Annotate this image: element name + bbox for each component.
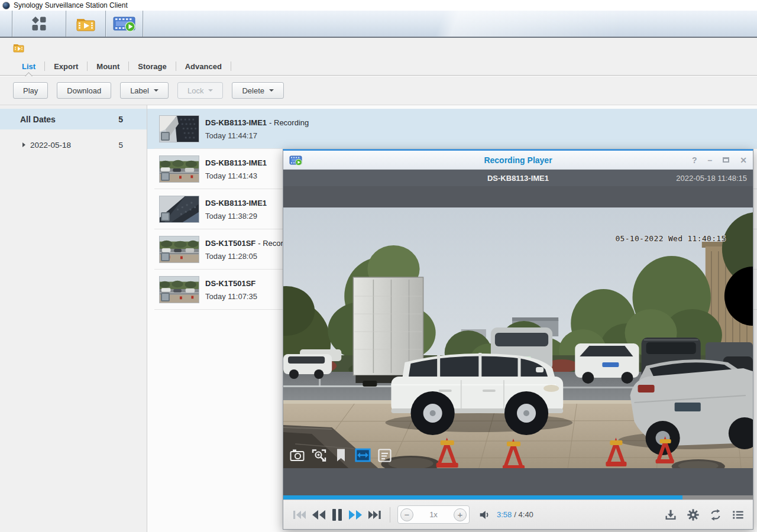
tab-bar: List Export Mount Storage Advanced	[13, 57, 231, 75]
apps-grid-icon	[31, 16, 47, 31]
recording-thumbnail	[159, 155, 199, 183]
thumbnail-checkbox[interactable]	[161, 132, 170, 141]
recording-folder-icon	[75, 15, 96, 32]
volume-icon[interactable]	[478, 508, 491, 521]
fit-width-icon[interactable]	[355, 447, 371, 463]
skip-to-start-button[interactable]	[292, 508, 307, 522]
rewind-button[interactable]	[311, 508, 326, 522]
speed-value: 1x	[413, 510, 454, 519]
seek-bar[interactable]	[283, 495, 753, 499]
pause-button[interactable]	[331, 507, 344, 523]
fast-forward-button[interactable]	[348, 508, 363, 522]
video-overlay-toolbar	[289, 447, 393, 463]
window-title: Synology Surveillance Station Client	[14, 1, 128, 9]
all-dates-count: 5	[118, 115, 123, 124]
video-osd-timestamp: 05-10-2022 Wed 11:40:15	[615, 234, 726, 243]
recording-window-header: Recording List Export Mount Storage Adva…	[0, 38, 757, 76]
date-sidebar: All Dates 5 2022-05-18 5	[0, 105, 147, 532]
app-logo-icon	[2, 2, 10, 9]
date-count: 5	[118, 141, 123, 150]
tab-mount[interactable]: Mount	[88, 57, 128, 75]
recordings-folder-button[interactable]	[66, 11, 105, 37]
thumbnail-checkbox[interactable]	[161, 172, 170, 181]
download-recording-icon[interactable]	[664, 508, 677, 521]
event-log-icon[interactable]	[377, 447, 393, 463]
chevron-down-icon	[154, 89, 158, 92]
tab-storage[interactable]: Storage	[129, 57, 175, 75]
lock-dropdown-button[interactable]: Lock	[177, 82, 223, 99]
speed-increase-button[interactable]: +	[454, 508, 467, 521]
recording-player-button[interactable]	[106, 11, 143, 37]
tab-export[interactable]: Export	[45, 57, 87, 75]
recording-page-icon	[13, 43, 24, 53]
player-titlebar[interactable]: Recording Player ? – ✕	[283, 151, 753, 170]
play-button[interactable]: Play	[13, 82, 48, 99]
time-total: / 4:40	[514, 510, 533, 519]
thumbnail-checkbox[interactable]	[161, 252, 170, 261]
recording-thumbnail	[159, 196, 199, 223]
recording-thumbnail	[159, 276, 199, 303]
close-icon[interactable]: ✕	[740, 156, 747, 164]
recording-thumbnail	[159, 115, 199, 142]
recording-row-1[interactable]: DS-KB8113-IME1- Recording Today 11:44:17	[147, 109, 757, 149]
tab-list[interactable]: List	[13, 57, 44, 75]
bookmark-icon[interactable]	[333, 447, 349, 463]
apps-menu-button[interactable]	[12, 11, 66, 37]
os-titlebar: Synology Surveillance Station Client	[0, 0, 757, 11]
speed-control: − 1x +	[397, 505, 470, 524]
delete-dropdown-button[interactable]: Delete	[232, 82, 284, 99]
play-queue-icon[interactable]	[732, 508, 745, 521]
minimize-icon[interactable]: –	[707, 156, 712, 164]
progress-fill	[283, 495, 682, 499]
download-button[interactable]: Download	[57, 82, 111, 99]
expand-arrow-icon	[22, 142, 25, 147]
recording-player-icon	[113, 15, 135, 32]
chevron-down-icon	[269, 89, 274, 92]
thumbnail-checkbox[interactable]	[161, 212, 170, 221]
sidebar-item-date[interactable]: 2022-05-18 5	[0, 135, 147, 154]
snapshot-icon[interactable]	[289, 447, 305, 463]
label-dropdown-button[interactable]: Label	[120, 82, 169, 99]
chevron-down-icon	[208, 89, 213, 92]
time-current: 3:58	[497, 510, 512, 519]
help-icon[interactable]: ?	[692, 156, 697, 164]
recording-thumbnail	[159, 236, 199, 263]
maximize-icon[interactable]	[723, 157, 729, 163]
playback-controls: − 1x + 3:58/ 4:40	[283, 499, 753, 529]
repeat-icon[interactable]	[709, 508, 722, 521]
speed-decrease-button[interactable]: −	[400, 508, 413, 521]
sidebar-item-all-dates[interactable]: All Dates 5	[0, 109, 147, 129]
digital-zoom-icon[interactable]	[311, 447, 327, 463]
player-title: Recording Player	[283, 155, 753, 165]
thumbnail-checkbox[interactable]	[161, 293, 170, 301]
action-bar: Play Download Label Lock Delete	[0, 76, 757, 105]
settings-gear-icon[interactable]	[687, 508, 700, 521]
video-area[interactable]: 05-10-2022 Wed 11:40:15	[283, 186, 753, 495]
player-camera-bar: DS-KB8113-IME1 2022-05-18 11:48:15	[283, 170, 753, 186]
recording-player-window: Recording Player ? – ✕ DS-KB8113-IME1 20…	[283, 149, 753, 530]
playback-time: 3:58/ 4:40	[497, 510, 533, 519]
main-toolbar	[0, 11, 757, 38]
video-frame: 05-10-2022 Wed 11:40:15	[283, 207, 753, 468]
playback-timestamp: 2022-05-18 11:48:15	[676, 174, 747, 183]
tab-advanced[interactable]: Advanced	[176, 57, 231, 75]
skip-to-end-button[interactable]	[367, 508, 383, 522]
